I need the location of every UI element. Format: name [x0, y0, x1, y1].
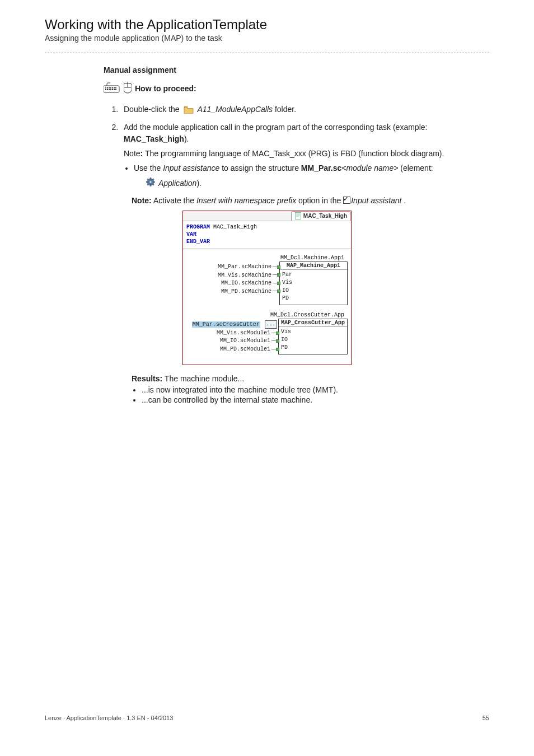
- results-prefix: Results:: [132, 374, 162, 383]
- editor-tab[interactable]: MAC_Task_High: [291, 211, 351, 221]
- svg-rect-9: [109, 89, 110, 90]
- manual-assignment-heading: Manual assignment: [104, 66, 489, 74]
- kw-endvar: END_VAR: [186, 239, 210, 245]
- results-body: The machine module...: [162, 374, 244, 383]
- kw-var: VAR: [186, 231, 196, 237]
- how-to-proceed-row: How to proceed:: [104, 81, 489, 96]
- svg-rect-5: [114, 87, 115, 88]
- step-2-sub: Use the Input assistance to assign the s…: [134, 162, 489, 190]
- svg-rect-13: [115, 89, 116, 90]
- page-subtitle: Assigning the module application (MAP) t…: [45, 34, 489, 43]
- step-2-note-body: The programming language of MAC_Task_xxx…: [143, 149, 444, 158]
- page-footer: Lenze · ApplicationTemplate · 1.3 EN - 0…: [45, 715, 489, 721]
- fb2-left-1: MM_Vis.scModule1: [217, 330, 270, 336]
- note-e: .: [402, 196, 406, 205]
- document-icon: [295, 212, 301, 220]
- fb1-pin-1: Vis: [282, 279, 292, 287]
- editor-tab-label: MAC_Task_High: [303, 213, 347, 219]
- note-b: Insert with namespace prefix: [196, 196, 296, 205]
- page-title: Working with the ApplicationTemplate: [45, 17, 489, 32]
- note-d: Input assistant: [351, 196, 401, 205]
- svg-rect-18: [150, 178, 151, 180]
- step-2-sub-b: Input assistance: [163, 164, 219, 172]
- svg-rect-2: [109, 87, 110, 88]
- code-figure: MAC_Task_High PROGRAM MAC_Task_High VAR …: [182, 211, 352, 365]
- svg-rect-16: [184, 106, 188, 108]
- svg-rect-1: [107, 87, 108, 88]
- gear-icon: [146, 178, 155, 190]
- fb2-box: MAP_CrossCutter_App Vis IO PD: [278, 319, 348, 354]
- fb2-left-3: MM_PD.scModule1: [220, 346, 270, 352]
- svg-rect-10: [110, 89, 111, 90]
- step-1: Double-click the A11_ModuleAppCalls fold…: [120, 104, 489, 116]
- fb2-title: MAP_CrossCutter_App: [279, 319, 347, 327]
- declaration-section: PROGRAM MAC_Task_High VAR END_VAR: [183, 221, 351, 249]
- fb-call-2: MM_Dcl.CrossCutter.App MM_Par.scCrossCut…: [186, 312, 348, 354]
- step-1-folder-name: A11_ModuleAppCalls: [197, 105, 273, 114]
- fb1-left-connections: MM_Par.scMachine MM_Vis.scMachine MM_IO.…: [186, 262, 279, 296]
- fb2-pin-3: PD: [281, 344, 288, 352]
- svg-rect-12: [114, 89, 115, 90]
- note-prefix: Note:: [132, 196, 152, 205]
- fb1-title: MAP_Machine_App1: [280, 262, 347, 270]
- step-2-note-prefix: Note: [124, 149, 140, 158]
- activate-note: Note: Activate the Insert with namespace…: [132, 196, 489, 205]
- fb2-pin-2: IO: [281, 336, 288, 344]
- svg-rect-27: [295, 213, 301, 220]
- fb2-left-2: MM_IO.scModule1: [220, 338, 270, 344]
- how-to-proceed-label: How to proceed:: [135, 84, 196, 93]
- svg-rect-0: [105, 87, 106, 88]
- svg-rect-21: [153, 181, 155, 183]
- folder-icon: [184, 106, 194, 114]
- fb2-left-first: MM_Par.scCrossCutter: [192, 321, 260, 328]
- svg-rect-4: [112, 87, 113, 88]
- step-2-note: Note: The programming language of MAC_Ta…: [124, 148, 489, 160]
- checkbox-icon: [343, 197, 350, 204]
- svg-rect-11: [112, 89, 113, 90]
- keyboard-icon: [104, 81, 120, 96]
- note-c: option in the: [296, 196, 343, 205]
- fb1-pin-2: IO: [282, 287, 289, 295]
- step-2: Add the module application call in the p…: [120, 122, 489, 190]
- fb2-instance: MM_Dcl.CrossCutter.App: [186, 312, 348, 318]
- fb1-left-3: MM_PD.scMachine: [221, 288, 271, 295]
- decl-name: MAC_Task_High: [210, 224, 257, 230]
- fb1-left-0: MM_Par.scMachine: [218, 264, 271, 270]
- step-2-sub-c: to assign the structure: [219, 164, 301, 172]
- fb1-pin-3: PD: [282, 295, 289, 302]
- divider: [45, 53, 489, 53]
- svg-point-26: [149, 181, 152, 183]
- fb-call-1: MM_Dcl.Machine.App1 MM_Par.scMachine MM_…: [186, 255, 348, 305]
- svg-rect-8: [107, 89, 108, 90]
- step-2-sub-f: (element:: [398, 164, 433, 172]
- step-1-text-a: Double-click the: [124, 105, 182, 114]
- steps-list: Double-click the A11_ModuleAppCalls fold…: [120, 104, 489, 190]
- step-2-sub-d: MM_Par.sc: [301, 164, 341, 172]
- ellipsis-button[interactable]: ...: [265, 320, 277, 329]
- fb2-left-connections: MM_Par.scCrossCutter ... MM_Vis.scModule…: [186, 319, 278, 353]
- fb1-instance: MM_Dcl.Machine.App1: [186, 255, 348, 261]
- svg-rect-19: [150, 185, 151, 186]
- results-heading: Results: The machine module... ...is now…: [132, 374, 489, 404]
- step-2-text-c: ).: [184, 134, 189, 143]
- fb1-pin-0: Par: [282, 271, 292, 279]
- editor-tabs: MAC_Task_High: [183, 211, 351, 221]
- fb1-left-2: MM_IO.scMachine: [221, 280, 271, 286]
- step-2-task-name: MAC_Task_high: [124, 134, 184, 143]
- mouse-icon: [124, 81, 132, 96]
- application-after: ).: [196, 179, 202, 188]
- fb1-left-1: MM_Vis.scMachine: [218, 272, 271, 278]
- svg-rect-20: [147, 181, 148, 183]
- fbd-area: MM_Dcl.Machine.App1 MM_Par.scMachine MM_…: [183, 249, 351, 365]
- fb1-box: MAP_Machine_App1 Par Vis IO PD: [279, 262, 348, 305]
- footer-page-number: 55: [483, 715, 489, 721]
- results-item-1: ...can be controlled by the internal sta…: [142, 395, 489, 404]
- svg-rect-3: [110, 87, 111, 88]
- step-2-text-a: Add the module application call in the p…: [124, 123, 427, 132]
- application-line: Application).: [146, 178, 489, 190]
- note-a: Activate the: [152, 196, 196, 205]
- kw-program: PROGRAM: [186, 224, 210, 230]
- step-2-sub-a: Use the: [134, 164, 163, 172]
- step-2-sub-e: <module name>: [341, 164, 398, 172]
- footer-left: Lenze · ApplicationTemplate · 1.3 EN - 0…: [45, 715, 173, 721]
